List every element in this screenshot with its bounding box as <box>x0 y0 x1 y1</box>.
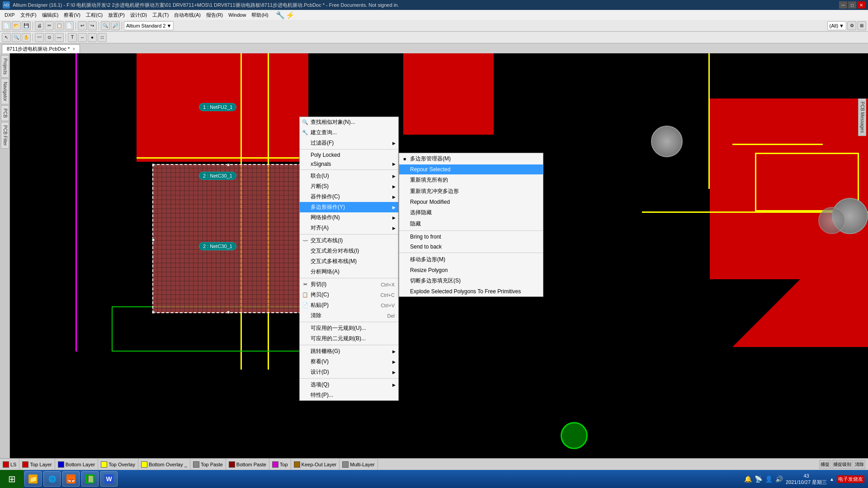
menu-project[interactable]: 工程(C) <box>83 11 105 19</box>
sidebar-messages[interactable]: PCB Messages <box>858 99 866 136</box>
ctx-poly-locked[interactable]: Poly Locked <box>300 150 398 160</box>
layer-keepout[interactable]: Keep-Out Layer <box>291 459 340 470</box>
tb-undo[interactable]: ↩ <box>78 21 87 30</box>
tb-redo[interactable]: ↪ <box>88 21 97 30</box>
ctx-net-op[interactable]: 网络操作(N) <box>300 212 398 223</box>
sub-repour-all[interactable]: 重新填充所有的 <box>399 174 543 186</box>
sub-bring-to-front[interactable]: Bring to front <box>399 232 543 242</box>
tb-open[interactable]: 📂 <box>12 21 21 30</box>
menu-report[interactable]: 报告(R) <box>203 11 226 19</box>
sub-select-hidden[interactable]: 选择隐藏 <box>399 207 543 218</box>
ctx-filter[interactable]: 过滤器(F) <box>300 138 398 148</box>
sub-resize-poly[interactable]: Resize Polygon <box>399 265 543 275</box>
tb2-comp[interactable]: □ <box>98 33 107 42</box>
layer-top-paste[interactable]: Top Paste <box>190 459 226 470</box>
handle-bl[interactable] <box>152 311 155 314</box>
sub-poly-manager[interactable]: ■ 多边形管理器(M) <box>399 153 543 164</box>
all-dropdown[interactable]: (All) ▼ <box>827 21 846 30</box>
menu-edit[interactable]: 编辑(E) <box>39 11 61 19</box>
taskbar-word[interactable]: W <box>100 471 118 487</box>
layer-multi[interactable]: Multi-Layer <box>340 459 377 470</box>
tb-paste[interactable]: 📄 <box>65 21 74 30</box>
ctx-analyze-net[interactable]: 分析网络(A) <box>300 267 398 277</box>
sub-send-to-back[interactable]: Send to back <box>399 242 543 252</box>
ctx-route-inter[interactable]: 〰 交互式布线(I) <box>300 235 398 246</box>
layer-ls[interactable]: LS <box>0 459 19 470</box>
sub-hide[interactable]: 隐藏 <box>399 218 543 230</box>
handle-tl[interactable] <box>152 164 155 166</box>
ctx-zoom[interactable]: 察看(V) <box>300 357 398 367</box>
ctx-poly-op[interactable]: 多边形操作(Y) <box>300 202 398 212</box>
menu-place[interactable]: 放置(P) <box>105 11 127 19</box>
taskbar-explorer[interactable]: 📁 <box>24 471 42 487</box>
ctx-design[interactable]: 设计(D) <box>300 367 398 377</box>
sidebar-projects[interactable]: Projects <box>1 55 9 78</box>
tb2-pan[interactable]: ✋ <box>22 33 31 42</box>
ctx-rule-2[interactable]: 可应用的二元规则(B)... <box>300 333 398 344</box>
layer-bottom-overlay[interactable]: Bottom Overlay _ <box>138 459 190 470</box>
sub-cut-fill[interactable]: 切断多边形填充区(S) <box>399 275 543 286</box>
handle-tm[interactable] <box>227 164 230 166</box>
ctx-clear[interactable]: 清除 Del <box>300 310 398 321</box>
toolbar-icon-2[interactable]: ⚡ <box>286 11 295 19</box>
tb2-select[interactable]: ↖ <box>2 33 11 42</box>
menu-file[interactable]: 文件(F) <box>18 11 39 19</box>
start-button[interactable]: ⊞ <box>0 470 24 488</box>
taskbar-app4[interactable]: 📗 <box>81 471 99 487</box>
ctx-find-similar[interactable]: 🔍 查找相似对象(N)... <box>300 117 398 127</box>
tb2-via[interactable]: ⊙ <box>45 33 54 42</box>
ctx-jump-grid[interactable]: 跳转栅格(G) <box>300 346 398 357</box>
tb2-track[interactable]: — <box>55 33 64 42</box>
ctx-cut[interactable]: ✂ 剪切(I) Ctrl+X <box>300 279 398 290</box>
layer-top-overlay[interactable]: Top Overlay <box>98 459 138 470</box>
selected-polygon[interactable] <box>152 164 302 313</box>
tb2-zoom[interactable]: 🔍 <box>12 33 21 42</box>
tb-cut[interactable]: ✂ <box>45 21 54 30</box>
layer-top-short[interactable]: Top <box>269 459 291 470</box>
ctx-union[interactable]: 联合(U) <box>300 171 398 181</box>
menu-window[interactable]: Window <box>226 11 249 19</box>
sub-explode[interactable]: Explode Selected Polygons To Free Primit… <box>399 286 543 296</box>
standard-dropdown[interactable]: Altium Standard 2 ▼ <box>124 21 174 30</box>
snap-btn[interactable]: 捕捉 <box>819 460 831 469</box>
clear-btn[interactable]: 清除 <box>854 460 865 469</box>
menu-autoroute[interactable]: 自动布线(A) <box>171 11 203 19</box>
sub-move-poly[interactable]: 移动多边形(M) <box>399 254 543 265</box>
tb-fit[interactable]: ⊞ <box>857 21 866 30</box>
handle-ml[interactable] <box>152 239 155 241</box>
menu-view[interactable]: 察看(V) <box>61 11 83 19</box>
tb-save[interactable]: 💾 <box>22 21 31 30</box>
ctx-slice[interactable]: 片断(S) <box>300 181 398 192</box>
sub-repour-selected[interactable]: Repour Selected <box>399 164 543 174</box>
tb-new[interactable]: 📄 <box>2 21 11 30</box>
snap-level-btn[interactable]: 捕捉级别 <box>832 460 853 469</box>
menu-dxp[interactable]: DXP <box>2 11 18 19</box>
handle-bm[interactable] <box>227 311 230 314</box>
tb-settings[interactable]: ⚙ <box>847 21 856 30</box>
ctx-create-query[interactable]: 🔧 建立查询... <box>300 127 398 138</box>
sub-repour-modified[interactable]: Repour Modified <box>399 197 543 207</box>
pcb-canvas[interactable]: 1 : NetFU2_1 2 : NetC30_1 2 : NetC30_1 P… <box>10 53 868 476</box>
minimize-button[interactable]: ─ <box>839 1 847 9</box>
sidebar-pcb-filter[interactable]: PCB Filter <box>1 122 9 149</box>
ctx-align[interactable]: 对齐(A) <box>300 223 398 233</box>
ctx-route-multi[interactable]: 交互式多根布线(M) <box>300 256 398 267</box>
ctx-copy[interactable]: 📋 拷贝(C) Ctrl+C <box>300 290 398 300</box>
tb-print[interactable]: 🖨 <box>35 21 44 30</box>
menu-help[interactable]: 帮助(H) <box>249 11 271 19</box>
tray-expand-icon[interactable]: ▲ <box>830 477 834 482</box>
taskbar-browser[interactable]: 🌐 <box>43 471 61 487</box>
tb-zoom-out[interactable]: 🔎 <box>111 21 120 30</box>
toolbar-icon-1[interactable]: 🔧 <box>276 11 285 19</box>
sidebar-navigator[interactable]: Navigator <box>1 79 9 104</box>
tb2-route[interactable]: 〰 <box>35 33 44 42</box>
layer-top[interactable]: Top Layer <box>19 459 55 470</box>
tb-zoom-in[interactable]: 🔍 <box>101 21 110 30</box>
tab-close[interactable]: × <box>72 47 75 52</box>
layer-bottom[interactable]: Bottom Layer <box>55 459 98 470</box>
tb-copy[interactable]: 📋 <box>55 21 64 30</box>
tb2-pad[interactable]: ● <box>88 33 97 42</box>
sub-repour-conflict[interactable]: 重新填充冲突多边形 <box>399 186 543 197</box>
tb2-dim[interactable]: ↔ <box>78 33 87 42</box>
ctx-rule-1[interactable]: 可应用的一元规则(U)... <box>300 323 398 333</box>
